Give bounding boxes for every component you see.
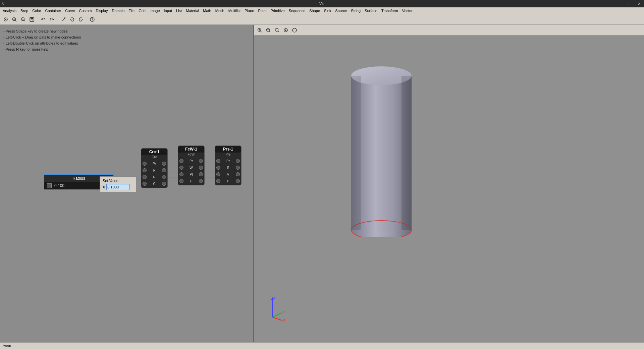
- svg-text:?: ?: [91, 18, 93, 21]
- menu-surface[interactable]: Surface: [363, 8, 379, 13]
- menu-string[interactable]: String: [349, 8, 363, 13]
- tool-save[interactable]: [28, 15, 36, 23]
- menu-color[interactable]: Color: [30, 8, 43, 13]
- crc-pin-r-right[interactable]: [162, 175, 166, 179]
- vp-tool-select[interactable]: [282, 26, 290, 34]
- menu-vector[interactable]: Vector: [400, 8, 415, 13]
- 3d-scene[interactable]: Z X Y: [254, 36, 644, 342]
- menu-math[interactable]: Math: [201, 8, 213, 13]
- menu-custom[interactable]: Custom: [77, 8, 94, 13]
- main-area: - Press Space key to create new nodes - …: [0, 25, 644, 342]
- fcw-node-subtitle: FcW: [178, 153, 204, 157]
- menu-multilist[interactable]: Multilist: [226, 8, 243, 13]
- crc-pin-c: C: [141, 180, 167, 187]
- menu-point[interactable]: Point: [256, 8, 268, 13]
- menu-file[interactable]: File: [126, 8, 137, 13]
- menu-input[interactable]: Input: [162, 8, 174, 13]
- crc-pin-c-left[interactable]: [143, 182, 147, 186]
- prs-pin-pr: Pr: [215, 158, 241, 164]
- svg-line-16: [260, 31, 262, 32]
- menu-transform[interactable]: Transform: [379, 8, 400, 13]
- menu-grid[interactable]: Grid: [137, 8, 148, 13]
- svg-point-12: [64, 17, 65, 18]
- fcw-pin-w-left[interactable]: [179, 166, 183, 170]
- menu-brep[interactable]: Brep: [18, 8, 30, 13]
- prs-pin-p-right[interactable]: [236, 179, 240, 183]
- prs-pin-s-right[interactable]: [236, 166, 240, 170]
- menu-image[interactable]: Image: [148, 8, 162, 13]
- fcw-pin-pl-left[interactable]: [179, 172, 183, 176]
- svg-line-20: [269, 31, 270, 32]
- prs-node[interactable]: Prs-1 Prs Pr S V: [215, 146, 241, 185]
- tool-zoom-in[interactable]: [10, 15, 18, 23]
- fcw-node[interactable]: FcW-1 FcW Pr W Pl: [178, 146, 205, 185]
- menu-shape[interactable]: Shape: [307, 8, 322, 13]
- tool-help[interactable]: ?: [88, 15, 96, 23]
- tool-select[interactable]: [2, 15, 10, 23]
- menu-sequence[interactable]: Sequence: [287, 8, 308, 13]
- status-bar: /root/: [0, 342, 644, 349]
- close-button[interactable]: ✕: [634, 0, 644, 7]
- prs-pin-v-left[interactable]: [216, 172, 220, 176]
- fcw-pin-pl: Pl: [178, 171, 204, 178]
- help-text: - Press Space key to create new nodes - …: [3, 28, 81, 52]
- vp-tool-fit[interactable]: [273, 26, 281, 34]
- tool-redo[interactable]: [48, 15, 56, 23]
- toolbar-left: ?: [0, 14, 644, 25]
- fcw-pin-pr-left[interactable]: [179, 159, 183, 163]
- menu-display[interactable]: Display: [94, 8, 110, 13]
- fcw-node-pins: Pr W Pl F: [178, 157, 204, 185]
- crc-pin-pr-right[interactable]: [162, 162, 166, 166]
- vp-tool-circle[interactable]: [290, 26, 299, 34]
- fcw-pin-pl-right[interactable]: [199, 172, 203, 176]
- crc-pin-r-left[interactable]: [143, 175, 147, 179]
- prs-pin-pr-right[interactable]: [236, 159, 240, 163]
- crc-pin-p-left[interactable]: [143, 168, 147, 172]
- menu-plane[interactable]: Plane: [243, 8, 256, 13]
- radius-checkbox[interactable]: [47, 183, 52, 188]
- svg-text:Z: Z: [273, 296, 275, 299]
- menu-primitive[interactable]: Primitive: [269, 8, 287, 13]
- tool-zoom-out[interactable]: [19, 15, 27, 23]
- fcw-pin-pr-right[interactable]: [199, 159, 203, 163]
- vp-tool-zoom[interactable]: [256, 26, 264, 34]
- crc-node-title: Crc-1: [141, 149, 167, 155]
- tool-undo[interactable]: [39, 15, 47, 23]
- prs-pin-p-left[interactable]: [216, 179, 220, 183]
- menu-sink[interactable]: Sink: [322, 8, 333, 13]
- window-title: Viz: [319, 1, 325, 6]
- fcw-pin-w-right[interactable]: [199, 166, 203, 170]
- menu-source[interactable]: Source: [333, 8, 349, 13]
- fcw-pin-f-left[interactable]: [179, 179, 183, 183]
- minimize-button[interactable]: ─: [614, 0, 624, 7]
- tool-rotate-cw[interactable]: [68, 15, 76, 23]
- setvalue-input[interactable]: [106, 184, 130, 190]
- maximize-button[interactable]: □: [624, 0, 634, 7]
- menu-domain[interactable]: Domain: [110, 8, 127, 13]
- menu-mesh[interactable]: Mesh: [213, 8, 226, 13]
- crc-pin-c-right[interactable]: [162, 182, 166, 186]
- prs-pin-s-left[interactable]: [216, 166, 220, 170]
- prs-pin-v-right[interactable]: [236, 172, 240, 176]
- crc-pin-p: P: [141, 167, 167, 174]
- menu-list[interactable]: List: [174, 8, 184, 13]
- menu-curve[interactable]: Curve: [63, 8, 77, 13]
- crc-pin-p-right[interactable]: [162, 168, 166, 172]
- prs-node-title: Prs-1: [215, 146, 241, 153]
- vp-tool-zoom-out[interactable]: [264, 26, 272, 34]
- menu-material[interactable]: Material: [184, 8, 201, 13]
- tool-rotate-ccw[interactable]: [77, 15, 85, 23]
- setvalue-label: Set Value:: [103, 179, 133, 183]
- menu-container[interactable]: Container: [43, 8, 63, 13]
- prs-pin-pr-left[interactable]: [216, 159, 220, 163]
- menu-analysis[interactable]: Analysis: [1, 8, 18, 13]
- fcw-pin-f-right[interactable]: [199, 179, 203, 183]
- node-editor[interactable]: - Press Space key to create new nodes - …: [0, 25, 254, 342]
- prs-pin-s: S: [215, 164, 241, 171]
- crc-pin-pr-left[interactable]: [143, 162, 147, 166]
- viewport[interactable]: Z X Y: [254, 25, 644, 342]
- app-icon: V: [2, 2, 4, 6]
- tool-pen[interactable]: [59, 15, 67, 23]
- crc-node[interactable]: Crc-1 Crc Pr P R: [141, 148, 168, 188]
- fcw-pin-pr: Pr: [178, 158, 204, 164]
